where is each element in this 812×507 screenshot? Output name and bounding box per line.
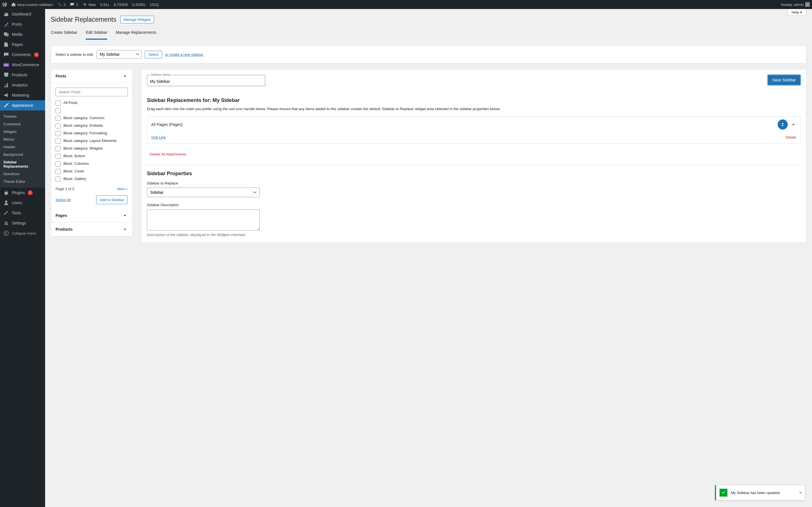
- post-checkbox[interactable]: [56, 108, 61, 113]
- select-button[interactable]: Select: [145, 51, 162, 58]
- checkbox-row: Block category: Widgets: [56, 146, 128, 151]
- create-sidebar-link[interactable]: or create a new sidebar: [165, 52, 203, 57]
- new-link[interactable]: New: [83, 2, 96, 7]
- checkbox-row: Block category: Layout Elements: [56, 138, 128, 144]
- replace-select[interactable]: Sidebar: [147, 187, 260, 197]
- post-checkbox[interactable]: [56, 177, 61, 182]
- checkbox-row: Block: Cover: [56, 169, 128, 174]
- delete-link[interactable]: Delete: [785, 135, 796, 139]
- chevron-down-icon: [122, 213, 128, 218]
- submenu-themes[interactable]: Themes: [0, 113, 45, 120]
- toast-notification: My Sidebar has been updated. ✕: [715, 485, 805, 500]
- menu-comments[interactable]: Comments 3: [0, 50, 45, 60]
- menu-marketing[interactable]: Marketing: [0, 90, 45, 100]
- checkbox-label: Block category: Layout Elements: [63, 138, 117, 144]
- sidebar-name-input[interactable]: [147, 75, 265, 86]
- submenu-customize[interactable]: Customize: [0, 120, 45, 128]
- menu-plugins[interactable]: Plugins 2: [0, 187, 45, 198]
- menu-tools[interactable]: Tools: [0, 208, 45, 218]
- perf-2[interactable]: 8,703KB: [114, 3, 128, 7]
- tab-edit[interactable]: Edit Sidebar: [86, 30, 107, 40]
- sidebar-name-label: Sidebar Name: [150, 73, 172, 76]
- search-posts-input[interactable]: [56, 88, 128, 96]
- delete-all-link[interactable]: Delete All Attachments: [141, 149, 192, 165]
- post-checkbox[interactable]: [56, 146, 61, 151]
- menu-marketing-label: Marketing: [12, 93, 29, 98]
- submenu-sidebar-replacements[interactable]: Sidebar Replacements: [0, 158, 45, 170]
- menu-settings[interactable]: Settings: [0, 218, 45, 228]
- checkbox-label: Block category: Formatting: [63, 131, 107, 136]
- menu-products[interactable]: Products: [0, 70, 45, 80]
- menu-analytics[interactable]: Analytics: [0, 80, 45, 90]
- submenu-background[interactable]: Background: [0, 151, 45, 158]
- posts-panel-header[interactable]: Posts: [51, 69, 132, 83]
- help-tab[interactable]: Help ▾: [788, 9, 806, 16]
- submenu-header[interactable]: Header: [0, 143, 45, 151]
- checkbox-row: Block: Button: [56, 154, 128, 159]
- replacements-heading: Sidebar Replacements for: My Sidebar: [141, 92, 806, 106]
- chevron-up-icon[interactable]: [791, 122, 796, 127]
- select-all-link[interactable]: Select All: [56, 198, 70, 202]
- desc-textarea[interactable]: [147, 209, 260, 231]
- menu-users[interactable]: Users: [0, 198, 45, 208]
- sort-handle[interactable]: [777, 119, 788, 129]
- checkbox-label: Block: Gallery: [63, 176, 86, 181]
- menu-appearance[interactable]: Appearance: [0, 100, 45, 110]
- menu-products-label: Products: [12, 73, 28, 77]
- products-panel-title: Products: [56, 227, 73, 231]
- post-checkbox[interactable]: [56, 169, 61, 174]
- pages-panel-header[interactable]: Pages: [51, 209, 132, 223]
- post-checkbox[interactable]: [56, 116, 61, 121]
- avatar: [805, 2, 810, 7]
- howdy-link[interactable]: Howdy, admin: [781, 2, 810, 7]
- site-name-link[interactable]: easy-custom-sidebars: [11, 2, 53, 7]
- posts-panel-title: Posts: [56, 74, 66, 78]
- checkbox-label: Block category: Widgets: [63, 146, 103, 151]
- menu-woocommerce[interactable]: woo WooCommerce: [0, 60, 45, 70]
- submenu-storefront[interactable]: Storefront: [0, 170, 45, 178]
- post-checkbox[interactable]: [56, 154, 61, 159]
- perf-3[interactable]: 0.4265s: [132, 3, 145, 7]
- checkbox-label: Block category: Common: [63, 115, 104, 121]
- checkbox-row: All Posts: [56, 100, 128, 106]
- collapse-menu[interactable]: Collapse menu: [0, 228, 45, 238]
- post-checkbox[interactable]: [56, 131, 61, 136]
- post-checkbox[interactable]: [56, 123, 61, 128]
- tab-create[interactable]: Create Sidebar: [51, 30, 77, 40]
- selector-label: Select a sidebar to edit:: [56, 52, 94, 57]
- tab-manage[interactable]: Manage Replacements: [116, 30, 156, 40]
- toast-close[interactable]: ✕: [799, 491, 802, 495]
- wp-logo[interactable]: [2, 2, 7, 7]
- checkbox-row: Block: Gallery: [56, 176, 128, 182]
- new-text: New: [89, 3, 96, 7]
- save-sidebar-button[interactable]: Save Sidebar: [768, 75, 801, 85]
- visit-link[interactable]: Visit Link: [151, 135, 166, 139]
- add-to-sidebar-button[interactable]: Add to Sidebar: [96, 195, 128, 204]
- menu-media[interactable]: Media: [0, 29, 45, 40]
- menu-dashboard[interactable]: Dashboard: [0, 9, 45, 19]
- post-checkbox[interactable]: [56, 161, 61, 166]
- replace-label: Sidebar to Replace: [147, 181, 801, 185]
- comments-link[interactable]: 3: [70, 2, 78, 7]
- menu-pages[interactable]: Pages: [0, 40, 45, 50]
- menu-posts[interactable]: Posts: [0, 19, 45, 29]
- props-heading: Sidebar Properties: [147, 171, 801, 177]
- products-panel-header[interactable]: Products: [51, 223, 132, 236]
- perf-4[interactable]: 151Q: [150, 3, 159, 7]
- menu-posts-label: Posts: [12, 22, 22, 26]
- post-checkbox[interactable]: [56, 138, 61, 144]
- post-checkbox[interactable]: [56, 101, 61, 106]
- tools-icon: [3, 210, 9, 216]
- submenu-menus[interactable]: Menus: [0, 135, 45, 143]
- submenu-widgets[interactable]: Widgets: [0, 128, 45, 135]
- nav-tabs: Create Sidebar Edit Sidebar Manage Repla…: [51, 25, 806, 40]
- sidebar-select[interactable]: My Sidebar: [97, 50, 142, 59]
- plugins-badge: 2: [28, 190, 33, 195]
- perf-1[interactable]: 0.91s: [100, 3, 109, 7]
- pagination-next[interactable]: Next »: [117, 187, 128, 191]
- updates-link[interactable]: 2: [57, 2, 65, 7]
- menu-plugins-label: Plugins: [12, 190, 25, 195]
- manage-widgets-button[interactable]: Manage Widgets: [120, 16, 154, 23]
- submenu-theme-editor[interactable]: Theme Editor: [0, 178, 45, 185]
- collapse-label: Collapse menu: [12, 231, 36, 235]
